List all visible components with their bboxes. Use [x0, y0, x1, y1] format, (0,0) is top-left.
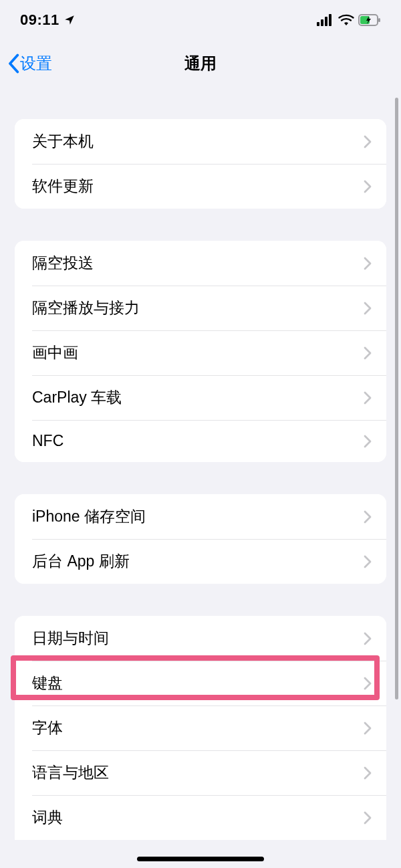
row-bgrefresh[interactable]: 后台 App 刷新 [15, 539, 386, 584]
status-clock: 09:11 [20, 11, 59, 29]
row-nfc[interactable]: NFC [15, 420, 386, 462]
chevron-left-icon [7, 53, 20, 74]
settings-group: iPhone 储存空间后台 App 刷新 [15, 494, 386, 584]
chevron-right-icon [364, 346, 372, 360]
wifi-icon [338, 14, 354, 26]
row-label: 隔空播放与接力 [32, 298, 140, 318]
row-label: 语言与地区 [32, 762, 109, 783]
row-label: 关于本机 [32, 131, 94, 152]
svg-rect-0 [317, 22, 319, 26]
row-label: 画中画 [32, 342, 78, 363]
row-label: 字体 [32, 718, 63, 738]
chevron-right-icon [364, 766, 372, 780]
scrollbar[interactable] [395, 98, 398, 699]
row-label: iPhone 储存空间 [32, 506, 146, 527]
chevron-right-icon [364, 180, 372, 193]
settings-group: 日期与时间键盘字体语言与地区词典 [15, 616, 386, 840]
row-label: CarPlay 车载 [32, 387, 122, 408]
row-datetime[interactable]: 日期与时间 [15, 616, 386, 661]
status-right [317, 14, 381, 26]
settings-group: 隔空投送隔空播放与接力画中画CarPlay 车载NFC [15, 241, 386, 462]
svg-rect-3 [329, 14, 331, 26]
chevron-right-icon [364, 257, 372, 270]
row-label: 日期与时间 [32, 628, 109, 649]
settings-group: 关于本机软件更新 [15, 119, 386, 209]
battery-charging-icon [358, 14, 381, 26]
chevron-right-icon [364, 632, 372, 645]
nav-bar: 设置 通用 [0, 40, 401, 87]
row-keyboard[interactable]: 键盘 [15, 661, 386, 706]
chevron-right-icon [364, 391, 372, 405]
svg-rect-5 [378, 18, 380, 22]
row-label: 隔空投送 [32, 253, 94, 274]
row-language[interactable]: 语言与地区 [15, 750, 386, 795]
row-storage[interactable]: iPhone 储存空间 [15, 494, 386, 539]
chevron-right-icon [364, 302, 372, 315]
nav-back-button[interactable]: 设置 [7, 53, 52, 74]
chevron-right-icon [364, 135, 372, 148]
row-about[interactable]: 关于本机 [15, 119, 386, 164]
chevron-right-icon [364, 722, 372, 735]
row-label: NFC [32, 432, 63, 450]
row-carplay[interactable]: CarPlay 车载 [15, 375, 386, 420]
row-label: 词典 [32, 807, 63, 828]
svg-rect-2 [325, 17, 327, 26]
row-swupdate[interactable]: 软件更新 [15, 164, 386, 209]
nav-back-label: 设置 [20, 53, 52, 74]
settings-scroll[interactable]: 关于本机软件更新隔空投送隔空播放与接力画中画CarPlay 车载NFCiPhon… [0, 87, 401, 868]
nav-title: 通用 [184, 53, 217, 74]
chevron-right-icon [364, 811, 372, 825]
location-icon [63, 14, 76, 26]
row-dictionary[interactable]: 词典 [15, 795, 386, 840]
row-label: 后台 App 刷新 [32, 551, 130, 572]
row-fonts[interactable]: 字体 [15, 706, 386, 750]
chevron-right-icon [364, 555, 372, 568]
row-airplay[interactable]: 隔空播放与接力 [15, 286, 386, 330]
chevron-right-icon [364, 435, 372, 448]
chevron-right-icon [364, 510, 372, 524]
home-indicator[interactable] [137, 857, 264, 861]
row-label: 软件更新 [32, 176, 94, 197]
row-pip[interactable]: 画中画 [15, 330, 386, 375]
status-left: 09:11 [20, 11, 76, 29]
cellular-icon [317, 14, 334, 26]
chevron-right-icon [364, 677, 372, 690]
row-airdrop[interactable]: 隔空投送 [15, 241, 386, 286]
svg-rect-1 [321, 19, 323, 26]
status-bar: 09:11 [0, 0, 401, 40]
row-label: 键盘 [32, 673, 63, 693]
